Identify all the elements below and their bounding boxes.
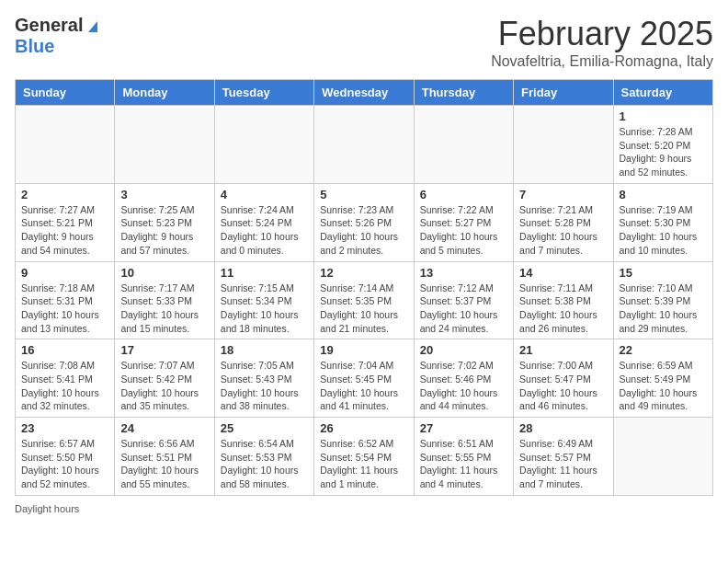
day-number: 5	[320, 188, 407, 201]
calendar-cell: 11Sunrise: 7:15 AMSunset: 5:34 PMDayligh…	[214, 261, 313, 339]
day-number: 12	[320, 266, 407, 280]
calendar-week-4: 16Sunrise: 7:08 AMSunset: 5:41 PMDayligh…	[16, 339, 713, 418]
day-info: Sunrise: 7:19 AMSunset: 5:30 PMDaylight:…	[620, 203, 707, 258]
day-info: Sunrise: 6:49 AMSunset: 5:57 PMDaylight:…	[519, 437, 607, 491]
calendar-cell: 3Sunrise: 7:25 AMSunset: 5:23 PMDaylight…	[115, 183, 214, 261]
calendar-cell: 25Sunrise: 6:54 AMSunset: 5:53 PMDayligh…	[214, 418, 313, 496]
calendar-cell: 12Sunrise: 7:14 AMSunset: 5:35 PMDayligh…	[314, 261, 414, 339]
calendar-header-row: SundayMondayTuesdayWednesdayThursdayFrid…	[16, 80, 713, 106]
day-number: 11	[221, 266, 308, 280]
day-info: Sunrise: 7:23 AMSunset: 5:26 PMDaylight:…	[320, 203, 407, 258]
day-number: 19	[320, 343, 407, 357]
calendar-cell: 20Sunrise: 7:02 AMSunset: 5:46 PMDayligh…	[414, 339, 513, 418]
calendar-cell: 28Sunrise: 6:49 AMSunset: 5:57 PMDayligh…	[514, 418, 613, 496]
day-number: 8	[620, 188, 707, 201]
day-info: Sunrise: 7:25 AMSunset: 5:23 PMDaylight:…	[120, 203, 208, 258]
calendar-cell	[514, 106, 613, 184]
day-number: 26	[320, 421, 407, 435]
footer: Daylight hours	[15, 503, 713, 514]
day-info: Sunrise: 7:11 AMSunset: 5:38 PMDaylight:…	[519, 282, 607, 336]
day-info: Sunrise: 7:12 AMSunset: 5:37 PMDaylight:…	[420, 282, 507, 336]
day-number: 22	[620, 343, 707, 357]
calendar-cell: 27Sunrise: 6:51 AMSunset: 5:55 PMDayligh…	[414, 418, 513, 496]
calendar-weekday-friday: Friday	[514, 80, 613, 106]
day-number: 23	[21, 421, 108, 435]
day-number: 18	[221, 343, 308, 357]
calendar-cell: 10Sunrise: 7:17 AMSunset: 5:33 PMDayligh…	[115, 261, 214, 339]
day-info: Sunrise: 7:04 AMSunset: 5:45 PMDaylight:…	[320, 359, 407, 413]
calendar-week-1: 1Sunrise: 7:28 AMSunset: 5:20 PMDaylight…	[16, 106, 713, 184]
calendar-weekday-thursday: Thursday	[414, 80, 513, 106]
calendar-cell: 8Sunrise: 7:19 AMSunset: 5:30 PMDaylight…	[613, 183, 712, 261]
calendar-cell	[314, 106, 414, 184]
calendar-weekday-monday: Monday	[115, 80, 214, 106]
day-info: Sunrise: 6:57 AMSunset: 5:50 PMDaylight:…	[21, 437, 108, 491]
calendar-cell: 21Sunrise: 7:00 AMSunset: 5:47 PMDayligh…	[514, 339, 613, 418]
day-info: Sunrise: 7:10 AMSunset: 5:39 PMDaylight:…	[620, 282, 707, 336]
calendar-cell: 9Sunrise: 7:18 AMSunset: 5:31 PMDaylight…	[16, 261, 115, 339]
calendar-weekday-sunday: Sunday	[16, 80, 115, 106]
calendar-cell: 17Sunrise: 7:07 AMSunset: 5:42 PMDayligh…	[115, 339, 214, 418]
day-number: 13	[420, 266, 507, 280]
day-info: Sunrise: 7:15 AMSunset: 5:34 PMDaylight:…	[221, 282, 308, 336]
day-info: Sunrise: 7:17 AMSunset: 5:33 PMDaylight:…	[120, 282, 208, 336]
day-number: 7	[519, 188, 607, 201]
day-info: Sunrise: 6:52 AMSunset: 5:54 PMDaylight:…	[320, 437, 407, 491]
day-info: Sunrise: 7:18 AMSunset: 5:31 PMDaylight:…	[21, 282, 108, 336]
daylight-label: Daylight hours	[15, 503, 79, 514]
day-info: Sunrise: 7:05 AMSunset: 5:43 PMDaylight:…	[221, 359, 308, 413]
day-info: Sunrise: 7:08 AMSunset: 5:41 PMDaylight:…	[21, 359, 108, 413]
calendar-week-2: 2Sunrise: 7:27 AMSunset: 5:21 PMDaylight…	[16, 183, 713, 261]
day-number: 21	[519, 343, 607, 357]
day-number: 3	[120, 188, 208, 201]
location: Novafeltria, Emilia-Romagna, Italy	[491, 53, 713, 70]
logo-general-text: General	[15, 15, 83, 36]
calendar-cell: 4Sunrise: 7:24 AMSunset: 5:24 PMDaylight…	[214, 183, 313, 261]
calendar-week-3: 9Sunrise: 7:18 AMSunset: 5:31 PMDaylight…	[16, 261, 713, 339]
svg-marker-0	[88, 21, 97, 32]
calendar-cell: 1Sunrise: 7:28 AMSunset: 5:20 PMDaylight…	[613, 106, 712, 184]
day-info: Sunrise: 7:00 AMSunset: 5:47 PMDaylight:…	[519, 359, 607, 413]
calendar-cell: 23Sunrise: 6:57 AMSunset: 5:50 PMDayligh…	[16, 418, 115, 496]
calendar-cell: 13Sunrise: 7:12 AMSunset: 5:37 PMDayligh…	[414, 261, 513, 339]
day-info: Sunrise: 7:07 AMSunset: 5:42 PMDaylight:…	[120, 359, 208, 413]
logo-icon	[85, 17, 101, 34]
calendar-week-5: 23Sunrise: 6:57 AMSunset: 5:50 PMDayligh…	[16, 418, 713, 496]
day-number: 14	[519, 266, 607, 280]
day-number: 1	[620, 109, 707, 123]
day-number: 20	[420, 343, 507, 357]
day-info: Sunrise: 7:14 AMSunset: 5:35 PMDaylight:…	[320, 282, 407, 336]
month-title: February 2025	[491, 15, 713, 53]
calendar-cell	[214, 106, 313, 184]
day-number: 2	[21, 188, 108, 201]
logo-blue-text: Blue	[15, 36, 54, 57]
calendar-cell: 2Sunrise: 7:27 AMSunset: 5:21 PMDaylight…	[16, 183, 115, 261]
calendar-cell: 19Sunrise: 7:04 AMSunset: 5:45 PMDayligh…	[314, 339, 414, 418]
day-info: Sunrise: 7:22 AMSunset: 5:27 PMDaylight:…	[420, 203, 507, 258]
calendar-cell: 5Sunrise: 7:23 AMSunset: 5:26 PMDaylight…	[314, 183, 414, 261]
calendar-weekday-saturday: Saturday	[613, 80, 712, 106]
day-info: Sunrise: 7:21 AMSunset: 5:28 PMDaylight:…	[519, 203, 607, 258]
day-number: 16	[21, 343, 108, 357]
day-number: 6	[420, 188, 507, 201]
logo: General Blue	[15, 15, 101, 57]
day-number: 28	[519, 421, 607, 435]
day-number: 25	[221, 421, 308, 435]
calendar-cell: 22Sunrise: 6:59 AMSunset: 5:49 PMDayligh…	[613, 339, 712, 418]
day-info: Sunrise: 7:24 AMSunset: 5:24 PMDaylight:…	[221, 203, 308, 258]
day-info: Sunrise: 6:51 AMSunset: 5:55 PMDaylight:…	[420, 437, 507, 491]
calendar-cell: 24Sunrise: 6:56 AMSunset: 5:51 PMDayligh…	[115, 418, 214, 496]
calendar-cell	[16, 106, 115, 184]
calendar-cell: 6Sunrise: 7:22 AMSunset: 5:27 PMDaylight…	[414, 183, 513, 261]
day-number: 10	[120, 266, 208, 280]
day-info: Sunrise: 7:27 AMSunset: 5:21 PMDaylight:…	[21, 203, 108, 258]
page-header: General Blue February 2025 Novafeltria, …	[15, 15, 713, 70]
calendar-table: SundayMondayTuesdayWednesdayThursdayFrid…	[15, 79, 713, 496]
calendar-cell: 14Sunrise: 7:11 AMSunset: 5:38 PMDayligh…	[514, 261, 613, 339]
calendar-weekday-wednesday: Wednesday	[314, 80, 414, 106]
day-number: 24	[120, 421, 208, 435]
day-info: Sunrise: 6:54 AMSunset: 5:53 PMDaylight:…	[221, 437, 308, 491]
calendar-cell: 18Sunrise: 7:05 AMSunset: 5:43 PMDayligh…	[214, 339, 313, 418]
day-info: Sunrise: 7:28 AMSunset: 5:20 PMDaylight:…	[620, 125, 707, 179]
calendar-cell	[613, 418, 712, 496]
